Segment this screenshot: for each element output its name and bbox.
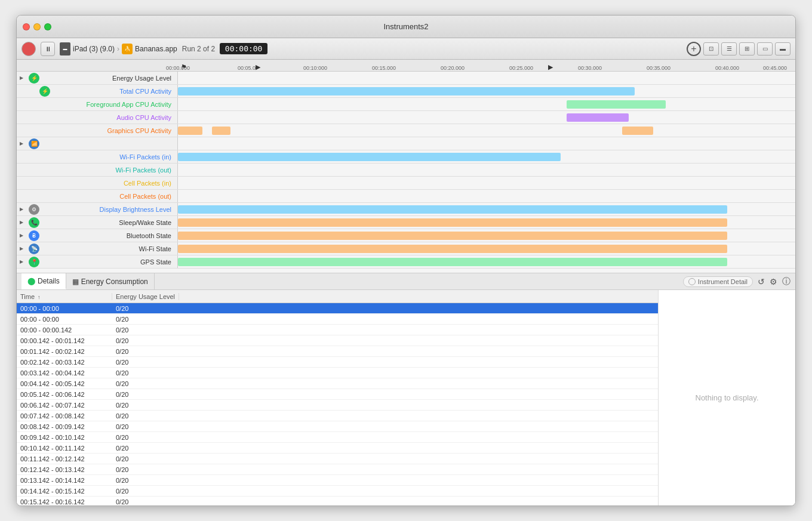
add-button[interactable]: + [687,42,701,56]
table-row[interactable]: 00:03.142 - 00:04.142 0/20 [17,368,658,378]
track-wifi-out[interactable]: Wi-Fi Packets (out) [17,164,795,177]
expand-gps[interactable]: ▶ [17,257,26,267]
track-cell-in[interactable]: Cell Packets (in) [17,177,795,190]
td-level: 0/20 [112,477,172,484]
track-cell-out[interactable]: Cell Packets (out) [17,190,795,203]
device-icon: ▬ [60,42,70,56]
track-energy[interactable]: ▶ ⚡ Energy Usage Level [17,72,795,85]
td-time: 00:09.142 - 00:10.142 [17,434,112,441]
data-table: Time ↑ Energy Usage Level 00:00 - 00:00 … [17,290,795,505]
track-fg-cpu[interactable]: Foreground App CPU Activity [17,98,795,111]
view-icon-btn-1[interactable]: ⊡ [703,42,719,56]
td-level: 0/20 [112,466,172,473]
table-row[interactable]: 00:00 - 00:00.142 0/20 [17,325,658,335]
settings-icon[interactable]: ⚙ [770,277,777,286]
track-label-energy: ▶ ⚡ Energy Usage Level [17,72,178,84]
table-row[interactable]: 00:04.142 - 00:05.142 0/20 [17,378,658,389]
refresh-icon[interactable]: ↺ [758,277,765,286]
table-row[interactable]: 00:00 - 00:00 0/20 [17,303,658,314]
track-data-cell-out [178,190,795,202]
expand-sleep[interactable]: ▶ [17,218,26,227]
track-bluetooth[interactable]: ▶ Ƀ Bluetooth State [17,229,795,242]
track-total-cpu[interactable]: ⚡ Total CPU Activity [17,85,795,98]
tab-energy[interactable]: ▦ Energy Consumption [66,273,155,289]
table-row[interactable]: 00:15.142 - 00:16.142 0/20 [17,497,658,505]
table-row[interactable]: 00:13.142 - 00:14.142 0/20 [17,475,658,486]
td-level: 0/20 [112,498,172,505]
track-data-audio-cpu [178,111,795,124]
flag-5: ▶ [256,63,260,71]
table-row[interactable]: 00:00 - 00:00 0/20 [17,314,658,325]
td-level: 0/20 [112,423,172,430]
ruler-mark-25: 00:25.000 [509,65,533,71]
table-row[interactable]: 00:00.142 - 00:01.142 0/20 [17,335,658,346]
app-label: Bananas.app [135,45,177,53]
td-time: 00:03.142 - 00:04.142 [17,369,112,377]
instrument-detail-circle [688,278,696,285]
view-icon-btn-4[interactable]: ▭ [757,42,773,56]
track-name-cell-out: Cell Packets (out) [119,193,174,200]
device-label: iPad (3) (9.0) [73,45,115,53]
td-time: 00:00.142 - 00:01.142 [17,337,112,344]
view-icon-btn-3[interactable]: ⊞ [739,42,755,56]
track-label-audio-cpu: Audio CPU Activity [17,111,178,124]
td-time: 00:08.142 - 00:09.142 [17,423,112,430]
pause-button[interactable]: ⏸ [41,42,55,56]
table-row[interactable]: 00:01.142 - 00:02.142 0/20 [17,346,658,357]
track-display[interactable]: ▶ ⚙ Display Brightness Level [17,203,795,216]
td-level: 0/20 [112,391,172,398]
td-level: 0/20 [112,369,172,377]
timeline-area: 00:00.000 ⚑ 00:05.0 ▶ 00:10:000 00:15.00… [17,60,795,273]
flag-25: ▶ [548,63,553,71]
track-name-display: Display Brightness Level [100,206,174,213]
ruler-mark-5: 00:05.0 [238,65,256,71]
expand-network[interactable]: ▶ [17,139,26,149]
track-gps[interactable]: ▶ 📍 GPS State [17,255,795,269]
track-graphics-cpu[interactable]: Graphics CPU Activity [17,124,795,137]
track-label-bluetooth: ▶ Ƀ Bluetooth State [17,229,178,242]
track-data-sleep [178,216,795,229]
track-label-wifi-out: Wi-Fi Packets (out) [17,164,178,176]
close-button[interactable] [23,23,30,30]
ruler-mark-30: 00:30.000 [578,65,602,71]
track-label-gps: ▶ 📍 GPS State [17,255,178,268]
table-row[interactable]: 00:09.142 - 00:10.142 0/20 [17,432,658,443]
track-sleep[interactable]: ▶ 📞 Sleep/Wake State [17,216,795,229]
track-audio-cpu[interactable]: Audio CPU Activity [17,111,795,124]
expand-display[interactable]: ▶ [17,205,26,214]
minimize-button[interactable] [33,23,41,30]
table-row[interactable]: 00:08.142 - 00:09.142 0/20 [17,421,658,432]
td-time: 00:14.142 - 00:15.142 [17,488,112,495]
instrument-detail-btn[interactable]: Instrument Detail [683,276,753,287]
table-row[interactable]: 00:10.142 - 00:11.142 0/20 [17,443,658,454]
track-data-wifi-out [178,164,795,176]
ruler-mark-40: 00:40.000 [715,65,739,71]
expand-energy[interactable]: ▶ [17,73,26,83]
bar-sleep [178,218,727,227]
table-row[interactable]: 00:12.142 - 00:13.142 0/20 [17,464,658,475]
table-row[interactable]: 00:05.142 - 00:06.142 0/20 [17,389,658,400]
table-row[interactable]: 00:06.142 - 00:07.142 0/20 [17,400,658,411]
tab-details[interactable]: ⬤ Details [21,273,66,289]
view-icon-btn-2[interactable]: ☰ [721,42,737,56]
track-wifi-in[interactable]: Wi-Fi Packets (in) [17,150,795,164]
device-separator: › [117,45,119,53]
table-header: Time ↑ Energy Usage Level [17,290,658,303]
td-level: 0/20 [112,434,172,441]
track-label-total-cpu: ⚡ Total CPU Activity [17,85,178,97]
expand-wifi-state[interactable]: ▶ [17,244,26,254]
track-wifi-state[interactable]: ▶ 📡 Wi-Fi State [17,242,795,255]
track-name-gps: GPS State [140,258,174,266]
view-icon-btn-5[interactable]: ▬ [775,42,791,56]
maximize-button[interactable] [44,23,51,30]
expand-bluetooth[interactable]: ▶ [17,231,26,241]
table-row[interactable]: 00:02.142 - 00:03.142 0/20 [17,357,658,368]
record-button[interactable] [21,42,36,56]
table-row[interactable]: 00:14.142 - 00:15.142 0/20 [17,486,658,497]
table-row[interactable]: 00:11.142 - 00:12.142 0/20 [17,454,658,464]
info-icon[interactable]: ⓘ [782,276,791,287]
tab-energy-icon: ▦ [72,278,79,286]
traffic-lights [23,23,51,30]
track-network[interactable]: ▶ 📶 [17,137,795,150]
table-row[interactable]: 00:07.142 - 00:08.142 0/20 [17,411,658,421]
